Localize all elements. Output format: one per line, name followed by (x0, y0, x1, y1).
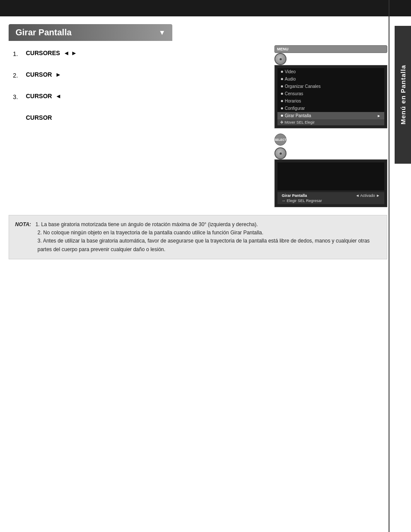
step-1-number: 1. (13, 50, 26, 57)
select-feature-label: Girar Pantalla (282, 193, 307, 198)
step-2-number: 2. (13, 71, 26, 79)
note-section: NOTA: 1. La base giratoria motorizada ti… (9, 215, 387, 259)
content-area: 1. CURSORES ◄ ► 2. CURSOR ► 3. CURSOR ◄ … (9, 45, 387, 207)
step-2-text: CURSOR ► (26, 71, 61, 78)
step-2: 2. CURSOR ► (9, 71, 245, 79)
screenshots-column: MENU Video Audio (254, 45, 387, 207)
note-item-2: 2. No coloque ningún objeto en la trayec… (37, 230, 263, 236)
note-item-3-para: 3. Antes de utilizar la base giratoria a… (15, 237, 381, 253)
title-bar: Girar Pantalla ▼ (9, 24, 172, 41)
step-1: 1. CURSORES ◄ ► (9, 50, 245, 57)
step-3: 3. CURSOR ◄ (9, 93, 245, 100)
circle-dot-2 (280, 152, 282, 155)
menu-button: MENU (274, 45, 387, 53)
step-3-text: CURSOR ◄ (26, 93, 61, 100)
remote-icon-1: MENU (274, 45, 387, 65)
select-screenshot: Girar Pantalla ◄ Activado ► ↔ Elegir SEL… (274, 159, 387, 207)
menu-item-censuras: Censuras (277, 90, 384, 97)
note-item-2-para: 2. No coloque ningún objeto en la trayec… (15, 229, 381, 237)
page-title: Girar Pantalla (16, 28, 72, 37)
select-button: SELECT (274, 134, 286, 146)
note-item-1: 1. La base giratoria motorizada tiene un… (35, 221, 258, 227)
step-3-number: 3. (13, 93, 26, 100)
menu-dot (281, 71, 283, 73)
menu-screenshot-wrapper: MENU Video Audio (274, 45, 387, 128)
circle-button-2 (274, 147, 286, 159)
note-text: NOTA: 1. La base giratoria motorizada ti… (15, 221, 381, 229)
select-feature-value: ◄ Activado ► (355, 193, 380, 198)
menu-item-configurar: Configurar (277, 105, 384, 112)
menu-item-girar-label: Girar Pantalla (285, 113, 311, 118)
nota-label: NOTA: (15, 221, 31, 227)
menu-screenshot: Video Audio Organizar Canales Censu (274, 65, 387, 128)
top-bar (0, 0, 411, 16)
menu-dot (281, 107, 283, 109)
menu-item-organizar: Organizar Canales (277, 83, 384, 90)
menu-item-audio: Audio (277, 75, 384, 83)
menu-list: Video Audio Organizar Canales Censu (277, 68, 384, 119)
cursor-label: CURSOR (9, 114, 245, 121)
instructions-column: 1. CURSORES ◄ ► 2. CURSOR ► 3. CURSOR ◄ … (9, 45, 245, 207)
circle-button-1 (274, 53, 286, 65)
select-row: Girar Pantalla ◄ Activado ► (280, 193, 382, 198)
menu-item-audio-label: Audio (285, 77, 296, 81)
select-nav-row: ↔ Elegir SEL Regresar (280, 198, 382, 203)
menu-dot (281, 85, 283, 87)
circle-dot (280, 58, 282, 60)
menu-dot (281, 100, 283, 102)
menu-item-configurar-label: Configurar (285, 106, 305, 111)
menu-item-video-label: Video (285, 69, 296, 74)
select-content-area (277, 162, 384, 190)
step-1-text: CURSORES ◄ ► (26, 50, 77, 56)
menu-bottom-bar: ❖ Mover SEL Elegir (277, 119, 384, 125)
menu-item-horarios: Horarios (277, 97, 384, 105)
menu-dot-selected (281, 115, 283, 117)
select-screenshot-wrapper: SELECT Girar Pantalla ◄ Activado ► (274, 134, 387, 207)
remote-icon-2: SELECT (274, 134, 387, 159)
select-nav-text: ↔ Elegir SEL Regresar (282, 199, 322, 203)
note-item-3: 3. Antes de utilizar la base giratoria a… (37, 238, 370, 252)
menu-dot (281, 93, 283, 95)
menu-item-girar: Girar Pantalla ► (277, 112, 384, 119)
chevron-down-icon: ▼ (159, 29, 165, 37)
menu-item-horarios-label: Horarios (285, 99, 301, 103)
main-content: Girar Pantalla ▼ 1. CURSORES ◄ ► 2. CURS… (0, 16, 411, 267)
menu-item-video: Video (277, 68, 384, 75)
menu-item-censuras-label: Censuras (285, 91, 303, 96)
menu-dot (281, 78, 283, 80)
menu-item-organizar-label: Organizar Canales (285, 84, 321, 89)
